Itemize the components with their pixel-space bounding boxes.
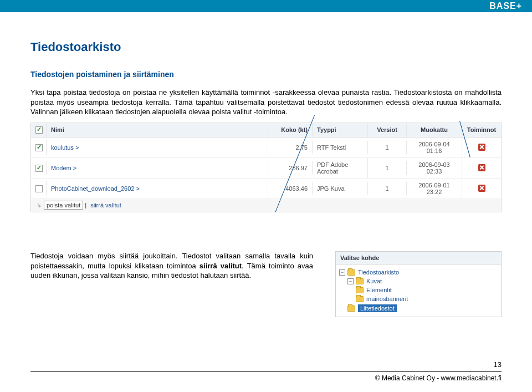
header-modified: Muokattu: [407, 123, 462, 138]
tree-label[interactable]: mainosbannerit: [366, 296, 408, 302]
header-versions: Versiot: [368, 123, 407, 138]
cell-versions: 1: [368, 161, 407, 175]
cell-size: 2.75: [268, 141, 313, 154]
cell-type: JPG Kuva: [313, 182, 368, 195]
cell-type: PDF Adobe Acrobat: [313, 158, 368, 178]
footer-divider: [30, 371, 502, 372]
folder-icon: [356, 296, 364, 302]
cell-modified: 2006-09-01 23:22: [407, 179, 462, 198]
header-actions: Toiminnot: [462, 123, 501, 138]
header-checkbox-col[interactable]: [31, 123, 47, 138]
header-type: Tyyppi: [313, 123, 368, 138]
move-selected-link[interactable]: siirrä valitut: [90, 202, 121, 208]
cell-versions: 1: [368, 182, 407, 195]
tree-title: Valitse kohde: [335, 251, 502, 264]
table-header: Nimi Koko (kt) Tyyppi Versiot Muokattu T…: [31, 123, 501, 138]
tree-item[interactable]: mainosbannerit: [339, 294, 498, 303]
cell-size: 4063.46: [268, 182, 313, 195]
folder-icon: [356, 278, 364, 284]
delete-icon[interactable]: [478, 164, 485, 171]
row-checkbox[interactable]: [35, 165, 43, 172]
file-link[interactable]: PhotoCabinet_download_2602 >: [51, 185, 140, 192]
footer-text: © Media Cabinet Oy - www.mediacabinet.fi: [375, 374, 502, 382]
move-paragraph: Tiedostoja voidaan myös siirtää joukoitt…: [30, 251, 313, 317]
folder-icon: [347, 269, 355, 276]
folder-tree-dialog: Valitse kohde − Tiedostoarkisto − Kuvat: [335, 251, 502, 317]
footer-arrow-icon: ↳: [35, 202, 42, 209]
table-footer: ↳ poista valitut | siirrä valitut: [31, 199, 501, 212]
delete-icon[interactable]: [478, 144, 485, 151]
delete-selected-link[interactable]: poista valitut: [44, 201, 83, 210]
select-all-checkbox[interactable]: [35, 126, 43, 134]
file-table: Nimi Koko (kt) Tyyppi Versiot Muokattu T…: [30, 123, 502, 213]
top-bar: BASE+: [0, 0, 532, 12]
table-row: koulutus > 2.75 RTF Teksti 1 2006-09-04 …: [31, 138, 501, 158]
file-link[interactable]: Modem >: [51, 165, 76, 171]
tree-toggle-icon[interactable]: −: [347, 278, 354, 284]
row-checkbox[interactable]: [35, 185, 43, 192]
table-row: PhotoCabinet_download_2602 > 4063.46 JPG…: [31, 179, 501, 199]
page-content: Tiedostoarkisto Tiedostojen poistaminen …: [0, 12, 532, 317]
lower-section: Tiedostoja voidaan myös siirtää joukoitt…: [30, 251, 502, 317]
tree-label[interactable]: Elementit: [366, 287, 392, 293]
file-link[interactable]: koulutus >: [51, 144, 79, 151]
tree-item[interactable]: − Kuvat: [339, 277, 498, 286]
tree-label[interactable]: Kuvat: [366, 278, 382, 284]
row-checkbox[interactable]: [35, 144, 43, 151]
tree-item[interactable]: − Tiedostoarkisto: [339, 268, 498, 277]
tree-item[interactable]: Elementit: [339, 286, 498, 294]
brand-logo: BASE+: [489, 1, 522, 11]
separator: |: [85, 202, 88, 208]
intro-paragraph: Yksi tapa poistaa tiedostoja on poistaa …: [30, 88, 502, 117]
tree-label[interactable]: Tiedostoarkisto: [358, 269, 399, 276]
tree-toggle-icon[interactable]: −: [339, 269, 345, 276]
move-para-b: siirrä valitut: [200, 262, 242, 270]
cell-modified: 2006-09-03 02:33: [407, 158, 462, 178]
tree-body: − Tiedostoarkisto − Kuvat Elementit: [335, 264, 502, 317]
folder-icon: [356, 287, 364, 293]
table-row: Modem > 286.97 PDF Adobe Acrobat 1 2006-…: [31, 158, 501, 179]
page-subtitle: Tiedostojen poistaminen ja siirtäminen: [30, 70, 502, 79]
header-name: Nimi: [47, 123, 268, 138]
cell-type: RTF Teksti: [313, 141, 368, 154]
tree-label[interactable]: Liitetiedostot: [358, 304, 397, 312]
cell-modified: 2006-09-04 01:16: [407, 138, 462, 157]
tree-item-selected[interactable]: Liitetiedostot: [339, 303, 498, 313]
delete-icon[interactable]: [478, 185, 485, 192]
folder-icon: [347, 306, 355, 312]
cell-versions: 1: [368, 141, 407, 154]
page-title: Tiedostoarkisto: [30, 40, 502, 54]
page-number: 13: [494, 360, 502, 369]
